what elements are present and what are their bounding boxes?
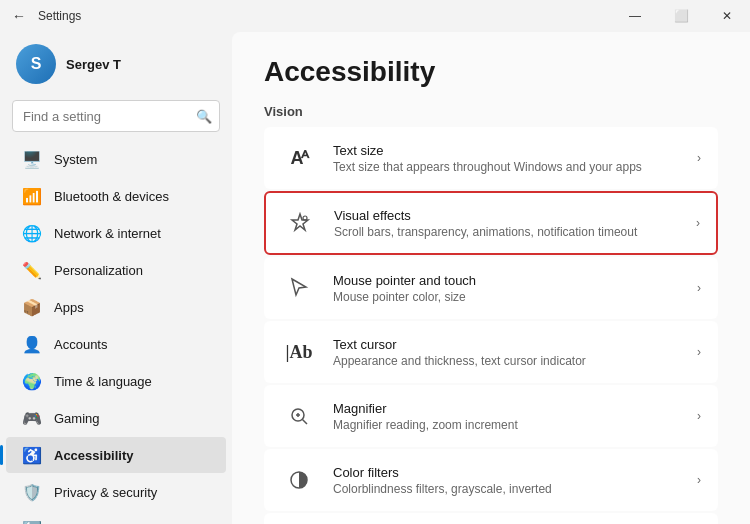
avatar: S <box>16 44 56 84</box>
sidebar-item-label: Accounts <box>54 337 107 352</box>
sidebar-item-label: System <box>54 152 97 167</box>
chevron-icon: › <box>697 151 701 165</box>
update-icon: 🔄 <box>22 519 42 524</box>
section-label: Vision <box>264 104 718 119</box>
gaming-icon: 🎮 <box>22 408 42 428</box>
network-icon: 🌐 <box>22 223 42 243</box>
setting-item-text-size[interactable]: Aᴬ Text size Text size that appears thro… <box>264 127 718 189</box>
setting-desc: Mouse pointer color, size <box>333 290 681 304</box>
sidebar-item-network[interactable]: 🌐 Network & internet <box>6 215 226 251</box>
sidebar-item-label: Accessibility <box>54 448 134 463</box>
search-icon: 🔍 <box>196 109 212 124</box>
apps-icon: 📦 <box>22 297 42 317</box>
setting-title: Color filters <box>333 465 681 480</box>
titlebar-controls: — ⬜ ✕ <box>612 0 750 32</box>
chevron-icon: › <box>696 216 700 230</box>
chevron-icon: › <box>697 345 701 359</box>
sidebar-item-label: Network & internet <box>54 226 161 241</box>
search-box: 🔍 <box>12 100 220 132</box>
setting-item-magnifier[interactable]: Magnifier Magnifier reading, zoom increm… <box>264 385 718 447</box>
color-filters-icon <box>281 462 317 498</box>
close-button[interactable]: ✕ <box>704 0 750 32</box>
setting-text-color-filters: Color filters Colorblindness filters, gr… <box>333 465 681 496</box>
back-icon[interactable]: ← <box>8 8 30 24</box>
titlebar: ← Settings — ⬜ ✕ <box>0 0 750 32</box>
setting-title: Magnifier <box>333 401 681 416</box>
setting-text-magnifier: Magnifier Magnifier reading, zoom increm… <box>333 401 681 432</box>
sidebar-item-privacy[interactable]: 🛡️ Privacy & security <box>6 474 226 510</box>
sidebar-item-label: Time & language <box>54 374 152 389</box>
setting-text-visual-effects: Visual effects Scroll bars, transparency… <box>334 208 680 239</box>
content-area: Accessibility Vision Aᴬ Text size Text s… <box>232 32 750 524</box>
user-profile[interactable]: S Sergev T <box>0 32 232 100</box>
sidebar-item-label: Privacy & security <box>54 485 157 500</box>
setting-item-mouse-pointer[interactable]: Mouse pointer and touch Mouse pointer co… <box>264 257 718 319</box>
sidebar-item-label: Apps <box>54 300 84 315</box>
sidebar-item-apps[interactable]: 📦 Apps <box>6 289 226 325</box>
sidebar-item-label: Bluetooth & devices <box>54 189 169 204</box>
setting-item-color-filters[interactable]: Color filters Colorblindness filters, gr… <box>264 449 718 511</box>
sidebar-item-bluetooth[interactable]: 📶 Bluetooth & devices <box>6 178 226 214</box>
sidebar-item-personalization[interactable]: ✏️ Personalization <box>6 252 226 288</box>
sidebar-item-system[interactable]: 🖥️ System <box>6 141 226 177</box>
system-icon: 🖥️ <box>22 149 42 169</box>
personalization-icon: ✏️ <box>22 260 42 280</box>
privacy-icon: 🛡️ <box>22 482 42 502</box>
user-name: Sergev T <box>66 57 121 72</box>
sidebar-nav: 🖥️ System 📶 Bluetooth & devices 🌐 Networ… <box>0 140 232 524</box>
sidebar: S Sergev T 🔍 🖥️ System 📶 Bluetooth & dev… <box>0 32 232 524</box>
setting-desc: Colorblindness filters, grayscale, inver… <box>333 482 681 496</box>
chevron-icon: › <box>697 281 701 295</box>
search-input[interactable] <box>12 100 220 132</box>
setting-item-text-cursor[interactable]: |Ab Text cursor Appearance and thickness… <box>264 321 718 383</box>
sidebar-item-gaming[interactable]: 🎮 Gaming <box>6 400 226 436</box>
setting-title: Visual effects <box>334 208 680 223</box>
bluetooth-icon: 📶 <box>22 186 42 206</box>
setting-desc: Appearance and thickness, text cursor in… <box>333 354 681 368</box>
accounts-icon: 👤 <box>22 334 42 354</box>
accessibility-icon: ♿ <box>22 445 42 465</box>
time-icon: 🌍 <box>22 371 42 391</box>
magnifier-icon <box>281 398 317 434</box>
setting-text-text-size: Text size Text size that appears through… <box>333 143 681 174</box>
sidebar-item-label: Personalization <box>54 263 143 278</box>
setting-desc: Magnifier reading, zoom increment <box>333 418 681 432</box>
sidebar-item-label: Gaming <box>54 411 100 426</box>
minimize-button[interactable]: — <box>612 0 658 32</box>
sidebar-item-time[interactable]: 🌍 Time & language <box>6 363 226 399</box>
chevron-icon: › <box>697 473 701 487</box>
sidebar-item-update[interactable]: 🔄 Windows Update <box>6 511 226 524</box>
setting-item-visual-effects[interactable]: Visual effects Scroll bars, transparency… <box>264 191 718 255</box>
setting-item-contrast-themes[interactable]: Contrast themes Color themes for low vis… <box>264 513 718 524</box>
titlebar-left: ← Settings <box>8 8 81 24</box>
maximize-button[interactable]: ⬜ <box>658 0 704 32</box>
app-body: S Sergev T 🔍 🖥️ System 📶 Bluetooth & dev… <box>0 32 750 524</box>
setting-desc: Scroll bars, transparency, animations, n… <box>334 225 680 239</box>
setting-text-mouse-pointer: Mouse pointer and touch Mouse pointer co… <box>333 273 681 304</box>
text-size-icon: Aᴬ <box>281 140 317 176</box>
titlebar-title: Settings <box>38 9 81 23</box>
setting-desc: Text size that appears throughout Window… <box>333 160 681 174</box>
chevron-icon: › <box>697 409 701 423</box>
settings-list: Aᴬ Text size Text size that appears thro… <box>264 127 718 524</box>
setting-title: Mouse pointer and touch <box>333 273 681 288</box>
sidebar-item-accounts[interactable]: 👤 Accounts <box>6 326 226 362</box>
setting-text-text-cursor: Text cursor Appearance and thickness, te… <box>333 337 681 368</box>
sidebar-item-accessibility[interactable]: ♿ Accessibility <box>6 437 226 473</box>
setting-title: Text size <box>333 143 681 158</box>
text-cursor-icon: |Ab <box>281 334 317 370</box>
page-title: Accessibility <box>264 56 718 88</box>
mouse-pointer-icon <box>281 270 317 306</box>
visual-effects-icon <box>282 205 318 241</box>
setting-title: Text cursor <box>333 337 681 352</box>
svg-line-2 <box>303 420 308 425</box>
